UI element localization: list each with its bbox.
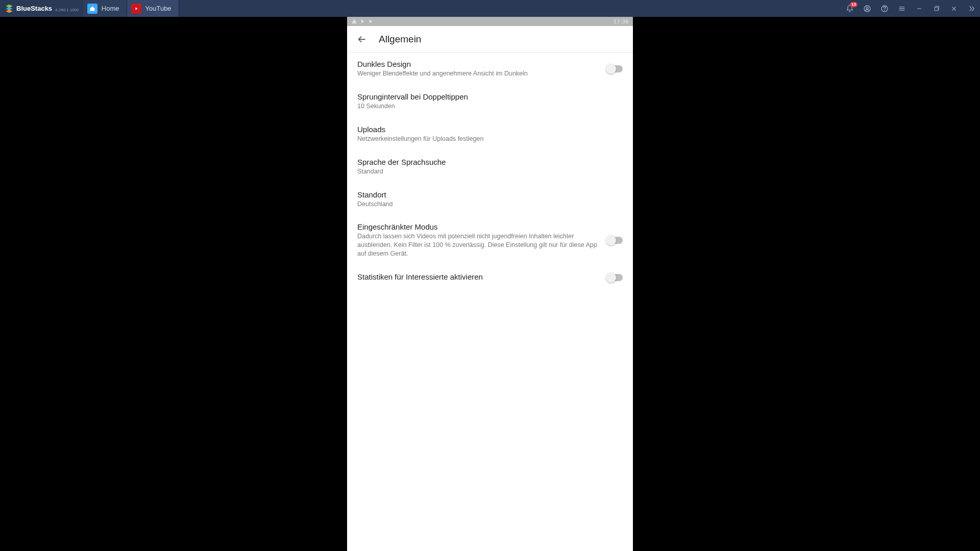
setting-subtitle: Dadurch lassen sich Videos mit potenziel… — [357, 232, 599, 258]
android-status-bar: 17:36 — [347, 17, 633, 26]
brand-version: 4.280.1.1002 — [55, 8, 79, 12]
content-area: 17:36 Allgemein Dunkles Design Weniger B… — [0, 17, 980, 551]
toggle-switch[interactable] — [607, 237, 623, 244]
maximize-icon[interactable] — [932, 4, 941, 13]
setting-title: Sprungintervall bei Doppeltippen — [357, 92, 615, 101]
setting-location[interactable]: Standort Deutschland — [347, 183, 633, 216]
titlebar: BlueStacks 4.280.1.1002 Home YouTube 13 — [0, 0, 980, 17]
status-bar-time: 17:36 — [614, 18, 629, 24]
expand-sidebar-icon[interactable] — [967, 4, 976, 13]
toggle-switch[interactable] — [607, 274, 623, 281]
window-controls: 13 — [845, 0, 976, 17]
setting-double-tap-seek[interactable]: Sprungintervall bei Doppeltippen 10 Seku… — [347, 85, 633, 118]
setting-restricted-mode[interactable]: Eingeschränkter Modus Dadurch lassen sic… — [347, 215, 633, 265]
tab-home-label: Home — [102, 5, 119, 12]
page-title: Allgemein — [379, 34, 421, 45]
status-bar-left — [351, 18, 374, 24]
brand-name: BlueStacks — [16, 5, 52, 12]
svg-point-3 — [885, 10, 885, 11]
setting-title: Uploads — [357, 125, 615, 134]
hamburger-menu-icon[interactable] — [897, 4, 906, 13]
setting-title: Standort — [357, 190, 615, 199]
account-icon[interactable] — [863, 4, 872, 13]
home-app-icon — [87, 4, 97, 14]
notifications-badge: 13 — [850, 2, 857, 7]
setting-subtitle: 10 Sekunden — [357, 102, 615, 111]
setting-title: Statistiken für Interessierte aktivieren — [357, 272, 599, 281]
setting-title: Sprache der Sprachsuche — [357, 158, 615, 166]
toggle-switch[interactable] — [607, 65, 623, 72]
close-icon[interactable] — [949, 4, 959, 13]
youtube-app-icon — [131, 4, 141, 14]
svg-rect-5 — [935, 7, 938, 10]
play-store-icon-2 — [369, 19, 374, 24]
setting-dark-theme[interactable]: Dunkles Design Weniger Blendeffekte und … — [347, 53, 633, 85]
app-header: Allgemein — [347, 26, 633, 53]
tab-home[interactable]: Home — [83, 0, 127, 17]
minimize-icon[interactable] — [915, 4, 924, 13]
bluestacks-logo-icon — [4, 4, 14, 14]
play-store-icon — [360, 19, 365, 24]
back-button[interactable] — [356, 34, 368, 45]
help-icon[interactable] — [880, 4, 889, 13]
android-app-frame: 17:36 Allgemein Dunkles Design Weniger B… — [347, 17, 633, 551]
setting-stats-for-nerds[interactable]: Statistiken für Interessierte aktivieren — [347, 265, 633, 289]
setting-title: Eingeschränkter Modus — [357, 222, 599, 231]
setting-subtitle: Weniger Blendeffekte und angenehmere Ans… — [357, 69, 599, 78]
settings-list: Dunkles Design Weniger Blendeffekte und … — [347, 53, 633, 551]
setting-uploads[interactable]: Uploads Netzwerkeinstellungen für Upload… — [347, 118, 633, 151]
notifications-icon[interactable]: 13 — [845, 4, 854, 13]
warning-icon — [351, 18, 357, 24]
tab-youtube[interactable]: YouTube — [127, 0, 179, 17]
svg-point-1 — [866, 7, 868, 9]
setting-subtitle: Deutschland — [357, 200, 615, 209]
brand-logo-wrap: BlueStacks 4.280.1.1002 — [4, 4, 79, 14]
tab-youtube-label: YouTube — [145, 5, 172, 12]
setting-subtitle: Standard — [357, 167, 615, 176]
setting-subtitle: Netzwerkeinstellungen für Uploads festle… — [357, 135, 615, 143]
setting-voice-search-language[interactable]: Sprache der Sprachsuche Standard — [347, 151, 633, 183]
setting-title: Dunkles Design — [357, 60, 599, 68]
